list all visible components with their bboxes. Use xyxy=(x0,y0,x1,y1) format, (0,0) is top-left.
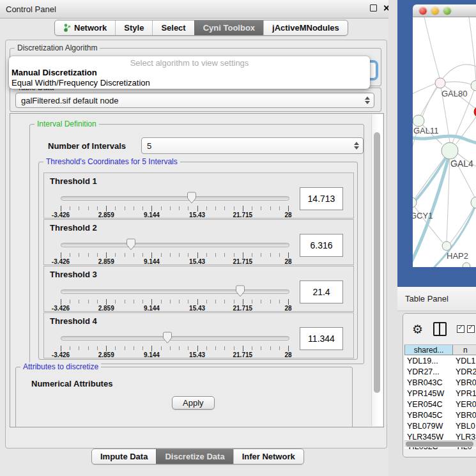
tab-jactivemnodules[interactable]: jActiveMNodules xyxy=(263,20,348,35)
numerical-attributes-label: Numerical Attributes xyxy=(31,379,112,388)
tab-label: Network xyxy=(74,23,107,33)
threshold-panel-3: Threshold 3 -3.4262.8599.14415.4321.7152… xyxy=(43,266,354,312)
slider-ticks xyxy=(61,206,288,210)
node-gal4[interactable] xyxy=(441,142,458,159)
threshold-panel-1: Threshold 1 -3.4262.8599.14415.4321.7152… xyxy=(43,173,354,219)
scrollbar-thumb[interactable] xyxy=(406,441,473,447)
dropdown-placeholder-option[interactable]: Select algorithm to view settings xyxy=(9,58,370,68)
slider-scale: -3.4262.8599.14415.4321.71528 xyxy=(61,211,288,219)
slider-thumb-icon[interactable] xyxy=(187,192,197,204)
number-of-intervals-combobox[interactable]: 5 xyxy=(141,137,364,154)
traffic-light-close-icon[interactable] xyxy=(419,7,427,15)
traffic-light-minimize-icon[interactable] xyxy=(431,7,439,15)
table-panel-title: Table Panel xyxy=(405,294,449,303)
settings-scrollbar[interactable] xyxy=(371,114,383,426)
slider-thumb-icon[interactable] xyxy=(235,285,245,297)
table-data-value: galFiltered.sif default node xyxy=(21,96,118,105)
slider-ticks xyxy=(61,300,288,303)
column-header-name[interactable]: n xyxy=(453,345,476,355)
node-label: GAL11 xyxy=(413,126,439,135)
table-row[interactable]: YDR27...YDR2 xyxy=(404,367,476,378)
slider-track[interactable] xyxy=(61,289,289,294)
window-title: Control Panel xyxy=(6,4,56,14)
threshold-slider[interactable]: -3.4262.8599.14415.4321.71528 xyxy=(61,286,288,309)
traffic-light-zoom-icon[interactable] xyxy=(443,7,451,15)
slider-track[interactable] xyxy=(61,243,289,247)
tab-style[interactable]: Style xyxy=(115,20,152,35)
table-row[interactable]: YER054CYER0 xyxy=(404,399,476,410)
screen: Control Panel Network xyxy=(0,0,476,476)
node-label: GAL80 xyxy=(441,89,467,98)
checkbox-icons[interactable] xyxy=(457,325,475,333)
slider-ticks xyxy=(61,253,288,257)
threshold-label: Threshold 3 xyxy=(50,270,97,279)
table-panel-card: ⚙ shared... n YDL19...YDL1 YDR27...YDR2 … xyxy=(403,313,476,457)
bottom-tab-bar: Impute Data Discretize Data Infer Networ… xyxy=(91,449,304,464)
threshold-slider[interactable]: -3.4262.8599.14415.4321.71528 xyxy=(61,192,288,215)
threshold-slider[interactable]: -3.4262.8599.14415.4321.71528 xyxy=(61,239,288,262)
network-canvas[interactable]: GAL80 G C GAL11 GAL4 GCY1 H HAP2 xyxy=(413,17,476,267)
dropdown-option-manual[interactable]: Manual Discretization xyxy=(12,68,97,77)
node-gal11[interactable] xyxy=(413,115,424,127)
tab-infer-network[interactable]: Infer Network xyxy=(233,449,303,464)
algorithm-dropdown-popup: Select algorithm to view settings Manual… xyxy=(9,56,370,89)
table-data-group: Table Data galFiltered.sif default node xyxy=(10,88,381,112)
node-label: GCY1 xyxy=(413,211,433,220)
column-header-shared-name[interactable]: shared... xyxy=(404,345,453,355)
dropdown-option-equal-width[interactable]: Equal Width/Frequency Discretization xyxy=(12,78,150,88)
slider-track[interactable] xyxy=(61,196,289,201)
threshold-label: Threshold 1 xyxy=(50,176,97,186)
control-panel-titlebar[interactable]: Control Panel xyxy=(0,0,396,19)
threshold-label: Threshold 2 xyxy=(50,223,97,233)
scrollbar-thumb[interactable] xyxy=(374,132,380,393)
node-h-partial[interactable] xyxy=(471,197,476,208)
apply-button[interactable]: Apply xyxy=(172,396,215,410)
tab-discretize-data[interactable]: Discretize Data xyxy=(156,449,233,464)
tab-cyni-toolbox[interactable]: Cyni Toolbox xyxy=(194,20,263,35)
network-window-titlebar[interactable] xyxy=(413,4,476,17)
table-row[interactable]: YBR045CYBR0 xyxy=(404,410,476,421)
horizontal-scrollbar[interactable] xyxy=(404,440,476,447)
threshold-value-field[interactable]: 6.316 xyxy=(300,234,343,257)
threshold-value-field[interactable]: 21.4 xyxy=(300,280,343,303)
top-tab-bar: Network Style Select Cyni Toolbox jActiv… xyxy=(54,20,348,36)
network-graph: GAL80 G C GAL11 GAL4 GCY1 H HAP2 xyxy=(413,17,476,267)
tab-impute-data[interactable]: Impute Data xyxy=(92,449,156,464)
group-title: Discretization Algorithm xyxy=(15,43,100,52)
threshold-slider[interactable]: -3.4262.8599.14415.4321.71528 xyxy=(61,332,288,355)
group-title: Interval Definition xyxy=(35,119,99,128)
table-data-combobox[interactable]: galFiltered.sif default node xyxy=(15,93,374,108)
table-row[interactable]: YBR043CYBR0 xyxy=(404,378,476,388)
node-partial-bottom[interactable] xyxy=(463,263,470,267)
threshold-value-field[interactable]: 11.344 xyxy=(300,327,343,350)
gear-icon[interactable]: ⚙ xyxy=(412,323,423,335)
table-row[interactable]: YPR145WYPR1 xyxy=(404,388,476,399)
node-label: GAL4 xyxy=(450,158,473,169)
table-row[interactable]: YDL19...YDL1 xyxy=(404,356,476,367)
number-of-intervals-label: Number of Intervals xyxy=(48,141,126,151)
control-panel-window: Control Panel Network xyxy=(0,0,396,476)
table-row[interactable]: YBL079WYBL0 xyxy=(404,421,476,432)
interval-definition-group: Interval Definition Number of Intervals … xyxy=(29,124,364,364)
checkbox-icon[interactable] xyxy=(467,325,475,333)
network-window-frame: GAL80 G C GAL11 GAL4 GCY1 H HAP2 xyxy=(397,0,476,287)
slider-track[interactable] xyxy=(61,336,289,341)
tab-select[interactable]: Select xyxy=(152,20,194,35)
node-hap2[interactable] xyxy=(442,242,451,250)
float-window-icon[interactable] xyxy=(370,4,377,12)
checkbox-icon[interactable] xyxy=(457,325,464,333)
tab-network[interactable]: Network xyxy=(55,20,115,35)
slider-thumb-icon[interactable] xyxy=(126,238,136,250)
node-gal80[interactable] xyxy=(435,78,445,88)
stepper-icon xyxy=(354,142,359,150)
slider-thumb-icon[interactable] xyxy=(162,332,173,344)
threshold-value-field[interactable]: 14.713 xyxy=(300,187,343,210)
node-partial-g[interactable] xyxy=(471,81,476,91)
table-panel-header[interactable]: Table Panel xyxy=(397,287,476,311)
group-title: Attributes to discretize xyxy=(20,362,101,371)
columns-icon[interactable] xyxy=(433,322,447,336)
slider-scale: -3.4262.8599.14415.4321.71528 xyxy=(61,305,288,312)
slider-ticks xyxy=(61,346,288,350)
thresholds-group: Threshold's Coordinates for 5 Intervals … xyxy=(38,162,358,360)
stepper-icon xyxy=(365,96,370,104)
